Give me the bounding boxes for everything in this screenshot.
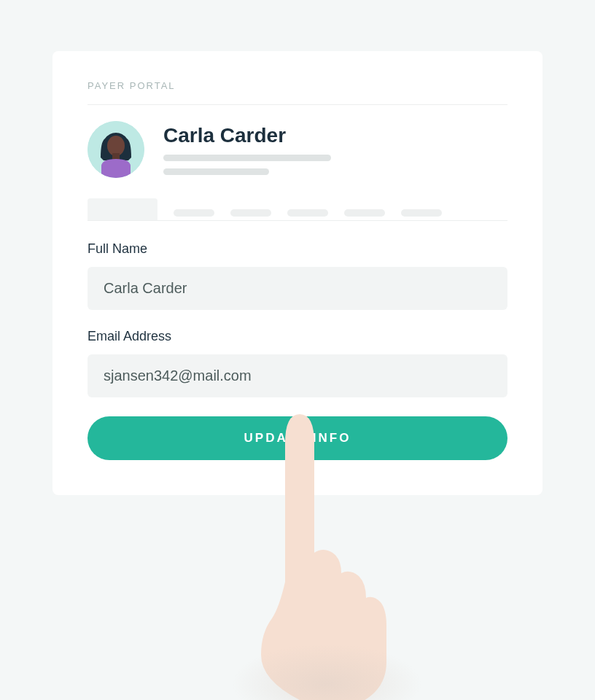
email-input[interactable]: [88, 354, 508, 397]
svg-point-3: [232, 644, 421, 700]
email-label: Email Address: [88, 329, 508, 344]
tab-active[interactable]: [88, 198, 158, 220]
tab-placeholder[interactable]: [230, 209, 271, 217]
profile-card: PAYER PORTAL Carla Carder Full Name Emai: [52, 51, 542, 495]
tab-placeholder[interactable]: [174, 209, 214, 217]
skeleton-line: [163, 168, 269, 175]
full-name-label: Full Name: [88, 241, 508, 257]
avatar-illustration-icon: [88, 121, 144, 178]
profile-header: Carla Carder: [88, 121, 508, 178]
tabs-divider: [88, 220, 508, 221]
tab-placeholder[interactable]: [401, 209, 442, 217]
tab-placeholder[interactable]: [287, 209, 328, 217]
tabs: [88, 198, 508, 220]
update-info-button[interactable]: UPDATE INFO: [88, 416, 508, 460]
tab-placeholder[interactable]: [344, 209, 385, 217]
skeleton-line: [163, 155, 331, 161]
svg-point-1: [107, 136, 125, 156]
profile-name: Carla Carder: [163, 124, 508, 147]
divider: [88, 104, 508, 105]
avatar: [88, 121, 144, 178]
full-name-input[interactable]: [88, 267, 508, 310]
portal-label: PAYER PORTAL: [88, 80, 508, 91]
profile-info: Carla Carder: [163, 124, 508, 175]
